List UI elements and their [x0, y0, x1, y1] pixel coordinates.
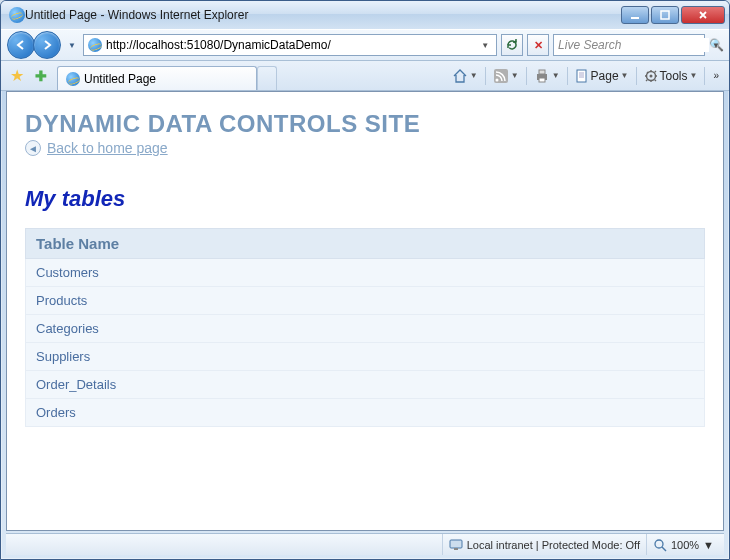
refresh-button[interactable]: [501, 34, 523, 56]
address-bar: ▼: [83, 34, 497, 56]
svg-point-12: [655, 540, 663, 548]
separator: [485, 67, 486, 85]
separator: [704, 67, 705, 85]
table-link[interactable]: Orders: [36, 405, 76, 420]
window-title: Untitled Page - Windows Internet Explore…: [25, 8, 621, 22]
search-provider-dropdown[interactable]: ▼: [709, 41, 723, 50]
close-button[interactable]: [681, 6, 725, 24]
home-button[interactable]: ▼: [449, 66, 481, 86]
expand-chevrons-icon[interactable]: »: [709, 70, 723, 81]
page-icon: [575, 69, 589, 83]
forward-button[interactable]: [33, 31, 61, 59]
security-zone[interactable]: Local intranet | Protected Mode: Off: [442, 534, 646, 555]
svg-rect-0: [631, 17, 639, 19]
svg-rect-6: [539, 78, 545, 82]
refresh-icon: [505, 38, 519, 52]
favorites-buttons: ★ ✚: [7, 61, 51, 90]
tables-list: Table Name CustomersProductsCategoriesSu…: [25, 228, 705, 427]
table-cell: Order_Details: [26, 371, 705, 399]
table-row: Order_Details: [26, 371, 705, 399]
address-input[interactable]: [106, 38, 474, 52]
nav-bar: ▼ ▼ ✕ 🔍 ▼: [1, 29, 729, 61]
table-header: Table Name: [26, 229, 705, 259]
star-icon: ★: [10, 66, 24, 85]
stop-button[interactable]: ✕: [527, 34, 549, 56]
page-body: DYNAMIC DATA CONTROLS SITE ◄ Back to hom…: [7, 92, 723, 445]
search-box: 🔍: [553, 34, 705, 56]
content-viewport: DYNAMIC DATA CONTROLS SITE ◄ Back to hom…: [6, 91, 724, 531]
tab-bar: ★ ✚ Untitled Page ▼ ▼ ▼: [1, 61, 729, 91]
site-title: DYNAMIC DATA CONTROLS SITE: [25, 110, 705, 138]
zone-label: Local intranet | Protected Mode: Off: [467, 539, 640, 551]
search-input[interactable]: [558, 38, 709, 52]
rss-icon: [493, 68, 509, 84]
feeds-button[interactable]: ▼: [490, 66, 522, 86]
tab-active[interactable]: Untitled Page: [57, 66, 257, 90]
minimize-icon: [630, 10, 640, 20]
close-icon: [698, 10, 708, 20]
table-row: Categories: [26, 315, 705, 343]
svg-rect-5: [539, 70, 545, 74]
minimize-button[interactable]: [621, 6, 649, 24]
table-link[interactable]: Products: [36, 293, 87, 308]
chevron-down-icon: ▼: [511, 71, 519, 80]
table-cell: Suppliers: [26, 343, 705, 371]
separator: [636, 67, 637, 85]
back-button[interactable]: [7, 31, 35, 59]
table-link[interactable]: Categories: [36, 321, 99, 336]
table-row: Orders: [26, 399, 705, 427]
nav-arrows: [7, 31, 61, 59]
table-link[interactable]: Order_Details: [36, 377, 116, 392]
svg-rect-7: [577, 70, 586, 82]
tools-menu-button[interactable]: Tools ▼: [641, 67, 701, 85]
print-icon: [534, 68, 550, 84]
arrow-right-icon: [41, 39, 53, 51]
table-link[interactable]: Suppliers: [36, 349, 90, 364]
status-bar: Local intranet | Protected Mode: Off 100…: [6, 533, 724, 555]
favorites-button[interactable]: ★: [7, 66, 27, 86]
page-menu-label: Page: [591, 69, 619, 83]
table-row: Products: [26, 287, 705, 315]
zoom-label: 100%: [671, 539, 699, 551]
table-row: Customers: [26, 259, 705, 287]
table-link[interactable]: Customers: [36, 265, 99, 280]
table-cell: Products: [26, 287, 705, 315]
back-home-link[interactable]: Back to home page: [47, 140, 168, 156]
table-row: Suppliers: [26, 343, 705, 371]
new-tab-button[interactable]: [257, 66, 277, 90]
plus-icon: ✚: [35, 68, 47, 84]
svg-point-3: [495, 78, 498, 81]
svg-point-9: [649, 74, 652, 77]
back-circle-icon: ◄: [25, 140, 41, 156]
home-icon: [452, 68, 468, 84]
computer-icon: [449, 538, 463, 552]
tab-title: Untitled Page: [84, 72, 156, 86]
maximize-button[interactable]: [651, 6, 679, 24]
command-bar: ▼ ▼ ▼ Page ▼ Tools ▼: [449, 61, 723, 90]
svg-rect-10: [450, 540, 462, 548]
print-button[interactable]: ▼: [531, 66, 563, 86]
table-cell: Customers: [26, 259, 705, 287]
svg-rect-1: [661, 11, 669, 19]
gear-icon: [644, 69, 658, 83]
separator: [567, 67, 568, 85]
add-favorite-button[interactable]: ✚: [31, 66, 51, 86]
zoom-control[interactable]: 100% ▼: [646, 534, 720, 555]
page-menu-button[interactable]: Page ▼: [572, 67, 632, 85]
svg-rect-11: [454, 548, 458, 550]
back-link-row: ◄ Back to home page: [25, 140, 705, 156]
section-heading: My tables: [25, 186, 705, 212]
tools-menu-label: Tools: [660, 69, 688, 83]
table-cell: Categories: [26, 315, 705, 343]
title-bar: Untitled Page - Windows Internet Explore…: [1, 1, 729, 29]
chevron-down-icon: ▼: [703, 539, 714, 551]
stop-icon: ✕: [534, 39, 543, 52]
tab-page-icon: [66, 72, 80, 86]
chevron-down-icon: ▼: [690, 71, 698, 80]
window-controls: [621, 6, 725, 24]
page-icon: [88, 38, 102, 52]
nav-history-dropdown[interactable]: ▼: [65, 41, 79, 50]
zoom-icon: [653, 538, 667, 552]
arrow-left-icon: [15, 39, 27, 51]
address-dropdown[interactable]: ▼: [478, 41, 492, 50]
